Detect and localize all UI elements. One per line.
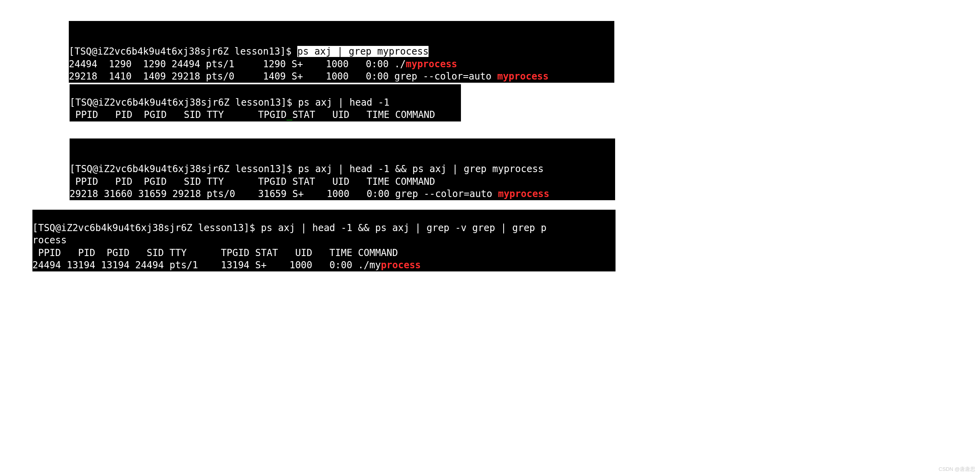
terminal-block-3: [TSQ@iZ2vc6b4k9u4t6xj38sjr6Z lesson13]$ … bbox=[70, 138, 615, 200]
ps-output-row: 24494 1290 1290 24494 pts/1 1290 S+ 1000… bbox=[69, 59, 406, 70]
previous-line-tail bbox=[70, 151, 338, 162]
terminal-block-1: [TSQ@iZ2vc6b4k9u4t6xj38sjr6Z lesson13]$ … bbox=[69, 21, 614, 83]
prompt: [TSQ@iZ2vc6b4k9u4t6xj38sjr6Z lesson13]$ bbox=[69, 46, 297, 57]
ps-output-row: 29218 31660 31659 29218 pts/0 31659 S+ 1… bbox=[70, 188, 498, 199]
prompt: [TSQ@iZ2vc6b4k9u4t6xj38sjr6Z lesson13]$ bbox=[32, 222, 261, 233]
grep-match: myprocess bbox=[497, 71, 549, 82]
ps-header: STAT UID TIME COMMAND bbox=[293, 109, 435, 120]
grep-match: myprocess bbox=[406, 59, 457, 70]
command-highlighted[interactable]: ps axj | grep myprocess bbox=[297, 46, 429, 57]
ps-output-row: 24494 13194 13194 24494 pts/1 13194 S+ 1… bbox=[32, 260, 381, 271]
ps-output-row: 29218 1410 1409 29218 pts/0 1409 S+ 1000… bbox=[69, 71, 497, 82]
grep-match: myprocess bbox=[498, 188, 549, 199]
command[interactable]: ps axj | head -1 && ps axj | grep -v gre… bbox=[261, 222, 546, 233]
prompt: [TSQ@iZ2vc6b4k9u4t6xj38sjr6Z lesson13]$ bbox=[70, 97, 298, 108]
previous-line-tail bbox=[69, 34, 354, 45]
command[interactable]: ps axj | head -1 && ps axj | grep myproc… bbox=[298, 163, 544, 174]
ps-header: PPID PID PGID SID TTY TPGID STAT UID TIM… bbox=[70, 176, 435, 187]
command-wrapped[interactable]: rocess bbox=[32, 235, 67, 246]
command[interactable]: ps axj | head -1 bbox=[298, 97, 389, 108]
prompt: [TSQ@iZ2vc6b4k9u4t6xj38sjr6Z lesson13]$ bbox=[70, 163, 298, 174]
cursor: _ bbox=[287, 109, 292, 120]
watermark: CSDN @唐唐思 bbox=[938, 466, 975, 473]
terminal-block-4: [TSQ@iZ2vc6b4k9u4t6xj38sjr6Z lesson13]$ … bbox=[32, 210, 616, 271]
ps-header: PPID PID PGID SID TTY TPGID bbox=[70, 109, 287, 120]
ps-header: PPID PID PGID SID TTY TPGID STAT UID TIM… bbox=[32, 247, 398, 258]
grep-match: process bbox=[381, 260, 421, 271]
terminal-block-2: [TSQ@iZ2vc6b4k9u4t6xj38sjr6Z lesson13]$ … bbox=[70, 84, 461, 121]
